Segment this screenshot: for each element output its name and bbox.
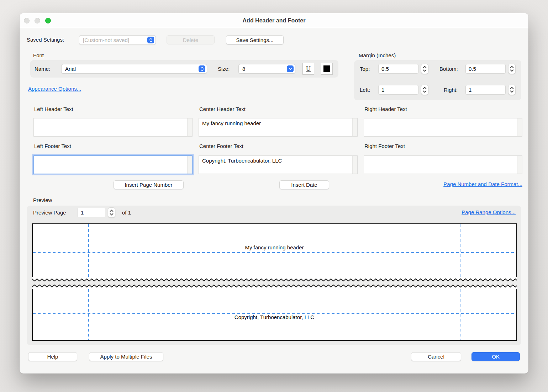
scrollbar-track[interactable] — [352, 156, 357, 174]
apply-to-multiple-files-button[interactable]: Apply to Multiple Files — [89, 352, 163, 361]
scrollbar-track[interactable] — [352, 118, 357, 136]
preview-of-text: of 1 — [122, 209, 131, 216]
preview-page-top-fragment: My fancy running header — [32, 223, 517, 277]
margin-left-stepper[interactable] — [421, 85, 428, 95]
add-header-footer-dialog: Add Header and Footer Saved Settings: [C… — [20, 13, 528, 374]
margin-group: Top: Bottom: Left: Right: — [354, 60, 521, 100]
margin-left-label: Left: — [360, 86, 370, 94]
font-size-select[interactable]: 8 — [238, 64, 295, 74]
margin-right-label: Right: — [444, 86, 458, 94]
torn-edge-zigzag — [32, 277, 517, 281]
center-footer-text: Copyright, Turboencabulator, LLC — [199, 156, 357, 174]
chevron-up-down-icon — [199, 65, 205, 72]
margin-top-stepper[interactable] — [421, 64, 428, 74]
right-header-textarea[interactable] — [364, 118, 522, 137]
left-margin-guide — [88, 224, 89, 277]
insert-date-button[interactable]: Insert Date — [279, 180, 329, 189]
right-footer-label: Right Footer Text — [364, 143, 405, 150]
underline-button[interactable]: U — [302, 63, 314, 75]
preview-page-input[interactable] — [78, 208, 105, 217]
left-footer-textarea[interactable] — [33, 155, 193, 174]
saved-settings-label: Saved Settings: — [27, 36, 64, 43]
left-header-label: Left Header Text — [34, 106, 73, 113]
font-size-label: Size: — [218, 65, 230, 73]
font-name-label: Name: — [35, 65, 50, 73]
scrollbar-track[interactable] — [517, 118, 522, 136]
margin-left-input[interactable] — [378, 85, 418, 95]
scrollbar-track[interactable] — [517, 156, 522, 174]
dialog-title: Add Header and Footer — [20, 13, 528, 28]
left-footer-text — [34, 156, 192, 174]
black-color-swatch — [323, 65, 330, 72]
scrollbar-track[interactable] — [187, 118, 192, 136]
margin-bottom-stepper[interactable] — [508, 64, 516, 74]
center-header-text: My fancy running header — [199, 118, 357, 136]
page-number-date-format-link[interactable]: Page Number and Date Format... — [443, 181, 522, 187]
font-size-value: 8 — [242, 66, 245, 72]
right-footer-text — [364, 156, 522, 174]
preview-page-bottom-fragment: Copyright, Turboencabulator, LLC — [32, 289, 517, 341]
font-name-value: Arial — [65, 66, 76, 72]
preview-header-text: My fancy running header — [33, 244, 516, 250]
font-color-swatch-button[interactable] — [321, 63, 333, 75]
chevron-down-icon — [287, 65, 294, 72]
torn-edge-zigzag — [32, 285, 517, 289]
margin-bottom-label: Bottom: — [439, 65, 458, 73]
margin-right-stepper[interactable] — [508, 85, 516, 95]
chevron-up-down-icon — [147, 37, 154, 43]
scrollbar-track[interactable] — [187, 156, 192, 174]
right-header-label: Right Header Text — [364, 106, 407, 113]
delete-button[interactable]: Delete — [167, 35, 215, 44]
font-group: Name: Arial Size: 8 U — [30, 60, 338, 78]
center-footer-label: Center Footer Text — [199, 143, 243, 150]
saved-settings-value: [Custom-not saved] — [83, 37, 129, 43]
footer-baseline-guide — [33, 313, 516, 314]
margin-section-label: Margin (Inches) — [359, 52, 396, 59]
margin-right-input[interactable] — [465, 85, 506, 95]
underline-u-glyph: U — [306, 65, 311, 73]
help-button[interactable]: Help — [28, 352, 77, 361]
appearance-options-link[interactable]: Appearance Options... — [28, 86, 81, 92]
save-settings-button[interactable]: Save Settings... — [226, 35, 284, 44]
header-baseline-guide — [33, 252, 516, 253]
cancel-button[interactable]: Cancel — [411, 352, 461, 361]
margin-bottom-input[interactable] — [465, 64, 506, 74]
margin-top-input[interactable] — [378, 64, 418, 74]
preview-page-label: Preview Page — [33, 209, 66, 216]
preview-panel: Preview Page of 1 Page Range Options... … — [27, 206, 521, 345]
right-header-text — [364, 118, 522, 136]
font-name-select[interactable]: Arial — [61, 64, 207, 74]
insert-page-number-button[interactable]: Insert Page Number — [114, 180, 184, 189]
center-footer-textarea[interactable]: Copyright, Turboencabulator, LLC — [199, 155, 358, 174]
page-range-options-link[interactable]: Page Range Options... — [462, 209, 516, 215]
left-header-text — [34, 118, 192, 136]
right-margin-guide — [460, 224, 460, 277]
left-header-textarea[interactable] — [33, 118, 193, 137]
preview-footer-text: Copyright, Turboencabulator, LLC — [33, 314, 516, 320]
preview-page-stepper[interactable] — [108, 207, 115, 218]
ok-button[interactable]: OK — [471, 352, 520, 361]
saved-settings-select[interactable]: [Custom-not saved] — [79, 35, 156, 45]
titlebar: Add Header and Footer — [20, 13, 528, 28]
left-footer-label: Left Footer Text — [34, 143, 71, 150]
margin-top-label: Top: — [360, 65, 370, 73]
center-header-label: Center Header Text — [199, 106, 246, 113]
center-header-textarea[interactable]: My fancy running header — [199, 118, 358, 137]
preview-section-label: Preview — [33, 197, 52, 204]
right-footer-textarea[interactable] — [364, 155, 522, 174]
font-section-label: Font — [33, 52, 44, 59]
